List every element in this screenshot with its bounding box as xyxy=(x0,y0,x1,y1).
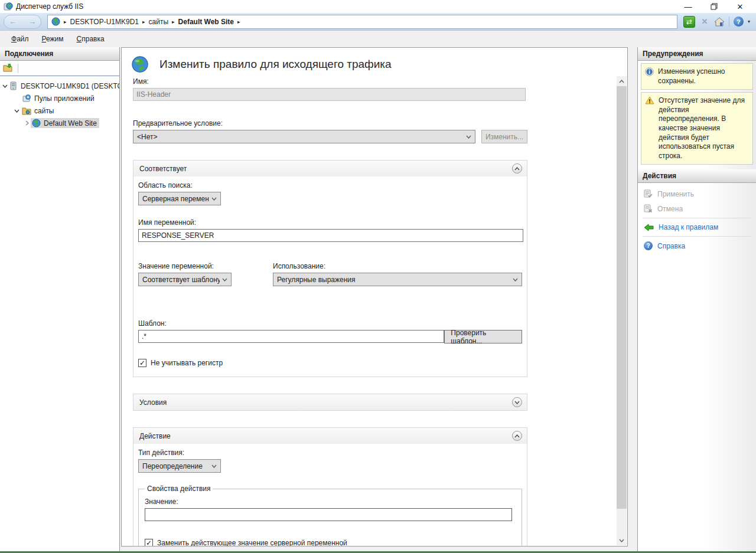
alert-text: Отсутствует значение для действия переоп… xyxy=(659,96,749,161)
conditions-section-title: Условия xyxy=(139,398,512,407)
connections-header: Подключения xyxy=(0,47,119,61)
back-to-rules-action[interactable]: Назад к правилам xyxy=(638,220,756,234)
tree-item-app-pools[interactable]: Пулы приложений xyxy=(0,92,119,104)
chevron-down-icon xyxy=(211,464,217,468)
help-icon: ? xyxy=(644,241,653,250)
action-type-value: Переопределение xyxy=(142,462,209,470)
chevron-down-icon[interactable] xyxy=(13,109,20,113)
help-icon[interactable]: ? xyxy=(734,17,744,27)
chevron-down-icon xyxy=(513,278,518,282)
page-globe-icon xyxy=(131,55,149,73)
precondition-value: <Нет> xyxy=(137,133,464,141)
menu-help[interactable]: Справка xyxy=(71,32,110,45)
close-button[interactable]: ✕ xyxy=(736,2,744,11)
rule-editor-page: Изменить правило для исходящего трафика … xyxy=(121,47,628,547)
scroll-up-icon[interactable] xyxy=(617,76,627,86)
minimize-button[interactable]: — xyxy=(684,2,692,11)
stop-icon: ✕ xyxy=(699,17,710,26)
value-label: Значение: xyxy=(145,498,516,506)
page-title: Изменить правило для исходящего трафика xyxy=(159,58,392,71)
breadcrumb-server[interactable]: DESKTOP-U1MK9D1 xyxy=(70,18,139,26)
server-icon xyxy=(9,81,18,90)
titlebar: Диспетчер служб IIS — ✕ xyxy=(0,0,756,13)
warnings-header: Предупреждения xyxy=(638,47,756,61)
replace-value-checkbox[interactable]: ✓ xyxy=(145,539,153,546)
apply-icon xyxy=(644,189,653,198)
precondition-select[interactable]: <Нет> xyxy=(133,130,475,143)
alert-success: Изменения успешно сохранены. xyxy=(641,63,753,90)
operation-select[interactable]: Соответствует шаблону xyxy=(138,273,232,286)
restore-button[interactable] xyxy=(710,2,718,11)
nav-buttons: ← → xyxy=(4,15,41,29)
tree-item-label[interactable]: Пулы приложений xyxy=(34,94,94,103)
breadcrumb-arrow-icon[interactable]: ▸ xyxy=(172,19,175,25)
breadcrumb-site[interactable]: Default Web Site xyxy=(178,18,234,26)
menu-file[interactable]: Файл xyxy=(6,32,34,45)
save-connection-icon[interactable] xyxy=(3,64,13,73)
menu-view[interactable]: Режим xyxy=(37,32,69,45)
chevron-down-icon[interactable] xyxy=(2,84,8,88)
variable-name-input[interactable]: RESPONSE_SERVER xyxy=(138,229,523,242)
chevron-down-icon xyxy=(222,278,227,282)
tree-item-server[interactable]: DESKTOP-U1MK9D1 (DESKTOP xyxy=(0,80,119,92)
action-type-select[interactable]: Переопределение xyxy=(138,459,221,473)
help-action[interactable]: ? Справка xyxy=(638,238,756,253)
back-icon[interactable]: ← xyxy=(9,17,17,26)
scope-label: Область поиска: xyxy=(138,181,522,189)
breadcrumb[interactable]: ▸ DESKTOP-U1MK9D1 ▸ сайты ▸ Default Web … xyxy=(47,15,677,29)
address-bar: ← → ▸ DESKTOP-U1MK9D1 ▸ сайты ▸ Default … xyxy=(0,13,756,31)
warning-icon xyxy=(645,96,654,161)
match-section-title: Соответствует xyxy=(139,165,512,173)
tree-item-label[interactable]: сайты xyxy=(34,107,54,115)
ignore-case-checkbox[interactable]: ✓ xyxy=(138,359,146,367)
action-properties-group: Свойства действия Значение: ✓ Заменить д… xyxy=(138,485,522,546)
pattern-input[interactable]: .* xyxy=(138,330,444,343)
alert-text: Изменения успешно сохранены. xyxy=(658,67,749,86)
forward-icon[interactable]: → xyxy=(28,17,36,26)
info-icon xyxy=(645,67,654,86)
chevron-right-icon[interactable] xyxy=(24,120,31,126)
tree-item-sites[interactable]: сайты xyxy=(0,104,119,117)
scope-select[interactable]: Серверная переменн xyxy=(138,192,221,205)
test-pattern-button[interactable]: Проверить шаблон... xyxy=(444,330,522,343)
actions-header: Действия xyxy=(638,169,756,183)
scope-value: Серверная переменн xyxy=(142,195,209,203)
action-label[interactable]: Назад к правилам xyxy=(659,223,718,231)
using-select[interactable]: Регулярные выражения xyxy=(273,273,522,286)
selected-tree-item[interactable]: Default Web Site xyxy=(31,118,99,128)
refresh-icon[interactable]: ⇄ xyxy=(683,16,695,28)
sites-folder-icon xyxy=(22,107,31,115)
value-input[interactable] xyxy=(145,508,512,521)
help-dropdown-icon[interactable]: ▾ xyxy=(748,19,750,24)
home-icon[interactable] xyxy=(714,17,725,27)
precondition-label: Предварительное условие: xyxy=(133,119,604,127)
app-icon xyxy=(4,2,13,11)
tree-item-default-web-site[interactable]: Default Web Site xyxy=(0,117,119,129)
tree-item-label[interactable]: Default Web Site xyxy=(44,119,97,127)
pattern-label: Шаблон: xyxy=(138,319,522,328)
breadcrumb-arrow-icon: ▸ xyxy=(64,19,67,25)
tree-item-label[interactable]: DESKTOP-U1MK9D1 (DESKTOP xyxy=(21,82,119,90)
name-label: Имя: xyxy=(133,77,604,86)
match-section: Соответствует Область поиска: Серверная … xyxy=(133,160,527,377)
scrollbar-thumb[interactable] xyxy=(617,86,627,509)
breadcrumb-sites[interactable]: сайты xyxy=(149,18,169,26)
collapse-icon[interactable] xyxy=(512,163,522,174)
replace-value-label: Заменить действующее значение серверной … xyxy=(157,539,347,546)
cancel-action: Отмена xyxy=(638,201,756,216)
action-type-label: Тип действия: xyxy=(138,449,522,457)
operation-label: Значение переменной: xyxy=(138,262,273,270)
alert-warning: Отсутствует значение для действия переоп… xyxy=(641,92,753,165)
page-scrollbar[interactable] xyxy=(617,76,627,545)
scroll-down-icon[interactable] xyxy=(617,535,627,545)
action-section-title: Действие xyxy=(139,432,512,440)
breadcrumb-arrow-icon[interactable]: ▸ xyxy=(237,19,240,25)
breadcrumb-arrow-icon[interactable]: ▸ xyxy=(142,19,145,25)
main-panel: Изменить правило для исходящего трафика … xyxy=(120,47,637,551)
action-label[interactable]: Справка xyxy=(657,242,685,250)
precondition-edit-button: Изменить... xyxy=(481,130,527,143)
chevron-down-icon xyxy=(211,197,217,201)
actions-panel: Предупреждения Изменения успешно сохране… xyxy=(637,47,756,551)
expand-icon[interactable] xyxy=(512,397,522,407)
collapse-icon[interactable] xyxy=(512,431,522,441)
